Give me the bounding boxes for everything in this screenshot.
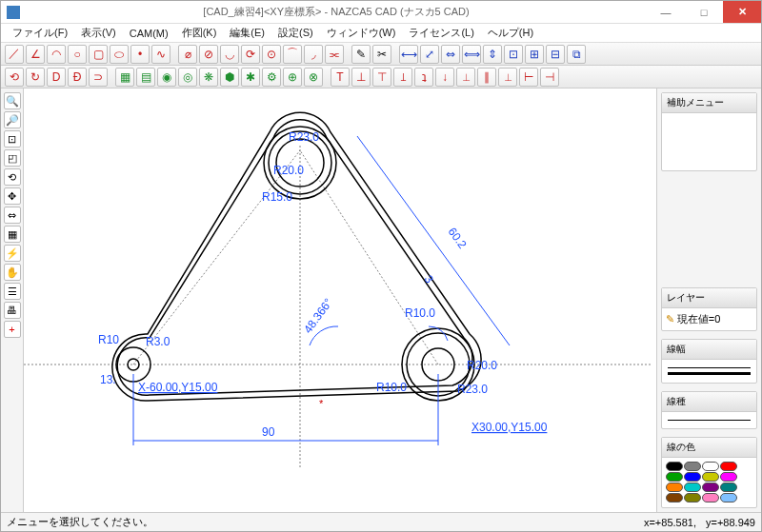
color-swatch[interactable] — [684, 483, 701, 492]
tool-g5-icon[interactable]: ❋ — [199, 68, 218, 87]
tool-g3-icon[interactable]: ◉ — [157, 68, 176, 87]
linestyle-body[interactable] — [662, 412, 756, 428]
tool-bolt-icon[interactable]: ⌀ — [178, 45, 197, 64]
tool-dim7-icon[interactable]: ⊞ — [525, 45, 544, 64]
color-swatch[interactable] — [720, 472, 737, 482]
tool-g10-icon[interactable]: ⊗ — [304, 68, 323, 87]
tool-t3-icon[interactable]: ⊤ — [372, 68, 391, 87]
tool-dim5-icon[interactable]: ⇕ — [483, 45, 502, 64]
color-swatch[interactable] — [702, 483, 719, 492]
tool-dim1-icon[interactable]: ⟷ — [399, 45, 418, 64]
color-swatch[interactable] — [666, 483, 683, 492]
tool-t2-icon[interactable]: ⊥ — [351, 68, 371, 87]
tool-chain-icon[interactable]: ⫘ — [325, 45, 344, 64]
refresh-icon[interactable]: ⚡ — [4, 245, 21, 262]
move-icon[interactable]: ⇔ — [4, 207, 21, 224]
close-button[interactable]: ✕ — [723, 1, 761, 23]
color-swatch[interactable] — [720, 462, 737, 471]
tool-dim8-icon[interactable]: ⊟ — [546, 45, 565, 64]
tool-dim-icon[interactable]: ⊘ — [199, 45, 218, 64]
tool-join-icon[interactable]: ⌒ — [283, 45, 302, 64]
zoom-in-icon[interactable]: 🔍 — [4, 92, 21, 109]
zoom-out-icon[interactable]: 🔎 — [4, 111, 21, 128]
tool-r4-icon[interactable]: Ð — [68, 68, 87, 87]
tool-g6-icon[interactable]: ⬢ — [220, 68, 239, 87]
tool-dim9-icon[interactable]: ⧉ — [567, 45, 586, 64]
tool-t1-icon[interactable]: T — [331, 68, 350, 87]
tool-g1-icon[interactable]: ▦ — [115, 68, 134, 87]
tool-arc3-icon[interactable]: ⟳ — [241, 45, 260, 64]
tool-dim3-icon[interactable]: ⇔ — [441, 45, 460, 64]
tool-point-icon[interactable]: • — [130, 45, 150, 64]
grid-icon[interactable]: ▦ — [4, 226, 21, 243]
menu-draw[interactable]: 作図(K) — [176, 24, 223, 42]
zoom-window-icon[interactable]: ◰ — [4, 149, 21, 167]
tool-ellipse-icon[interactable]: ⬭ — [110, 45, 129, 64]
menu-window[interactable]: ウィンドウ(W) — [321, 24, 402, 42]
tool-cross-icon[interactable]: ✂ — [372, 45, 391, 64]
tool-g8-icon[interactable]: ⚙ — [262, 68, 281, 87]
color-swatch[interactable] — [666, 472, 683, 482]
tool-r2-icon[interactable]: ↻ — [26, 68, 45, 87]
color-swatch[interactable] — [666, 493, 683, 502]
color-swatch[interactable] — [684, 493, 701, 502]
color-swatch[interactable] — [720, 493, 737, 502]
menu-edit[interactable]: 編集(E) — [224, 24, 271, 42]
menu-cam[interactable]: CAM(M) — [124, 26, 174, 41]
tool-t7-icon[interactable]: ⟂ — [456, 68, 475, 87]
tool-t11-icon[interactable]: ⊣ — [540, 68, 559, 87]
tool-r1-icon[interactable]: ⟲ — [5, 68, 24, 87]
tool-t10-icon[interactable]: ⊢ — [519, 68, 538, 87]
color-swatch[interactable] — [684, 472, 701, 482]
tool-arc-icon[interactable]: ◠ — [47, 45, 66, 64]
tool-tangent-icon[interactable]: ⊙ — [262, 45, 281, 64]
print-icon[interactable]: 🖶 — [4, 302, 21, 319]
tool-t8-icon[interactable]: ∥ — [477, 68, 496, 87]
tool-g2-icon[interactable]: ▤ — [136, 68, 155, 87]
pan-icon[interactable]: ✥ — [4, 187, 21, 205]
main-area: 🔍 🔎 ⊡ ◰ ⟲ ✥ ⇔ ▦ ⚡ ✋ ☰ 🖶 + — [1, 89, 761, 512]
tool-t9-icon[interactable]: ⟂ — [498, 68, 517, 87]
layer-value[interactable]: 現在値=0 — [677, 313, 721, 325]
tool-rect-icon[interactable]: ▢ — [89, 45, 108, 64]
tool-dim4-icon[interactable]: ⟺ — [462, 45, 481, 64]
tool-g9-icon[interactable]: ⊕ — [283, 68, 302, 87]
color-swatch[interactable] — [702, 472, 719, 482]
tool-g4-icon[interactable]: ◎ — [178, 68, 197, 87]
menu-help[interactable]: ヘルプ(H) — [482, 24, 539, 42]
drawing-canvas[interactable]: * 90 60.2 3 48.366° R23.0 R20.0 R15.0 R1… — [24, 89, 656, 512]
tool-g7-icon[interactable]: ✱ — [241, 68, 260, 87]
zoom-prev-icon[interactable]: ⟲ — [4, 168, 21, 186]
menu-settings[interactable]: 設定(S) — [272, 24, 319, 42]
color-swatch[interactable] — [702, 462, 719, 471]
menu-view[interactable]: 表示(V) — [75, 24, 122, 42]
hand-icon[interactable]: ✋ — [4, 264, 21, 281]
tool-r5-icon[interactable]: ⊃ — [89, 68, 108, 87]
tool-t5-icon[interactable]: ʇ — [414, 68, 433, 87]
tool-circle-icon[interactable]: ○ — [68, 45, 87, 64]
zoom-fit-icon[interactable]: ⊡ — [4, 130, 21, 148]
tool-angle-icon[interactable]: ∠ — [26, 45, 45, 64]
tool-dim6-icon[interactable]: ⊡ — [504, 45, 523, 64]
plus-icon[interactable]: + — [4, 321, 21, 338]
tool-dim2-icon[interactable]: ⤢ — [420, 45, 439, 64]
menu-license[interactable]: ライセンス(L) — [403, 24, 479, 42]
tool-line-icon[interactable]: ／ — [5, 45, 24, 64]
maximize-button[interactable]: □ — [685, 1, 723, 23]
tool-fillet-icon[interactable]: ◞ — [304, 45, 323, 64]
color-swatches[interactable] — [662, 458, 756, 507]
tool-t4-icon[interactable]: Ʇ — [393, 68, 412, 87]
tool-r3-icon[interactable]: D — [47, 68, 66, 87]
tool-t6-icon[interactable]: ↓ — [435, 68, 454, 87]
color-swatch[interactable] — [702, 493, 719, 502]
minimize-button[interactable]: — — [647, 1, 685, 23]
menu-file[interactable]: ファイル(F) — [7, 24, 73, 42]
layer-icon[interactable]: ☰ — [4, 283, 21, 300]
tool-edit-icon[interactable]: ✎ — [351, 45, 371, 64]
linewidth-body[interactable] — [662, 360, 756, 383]
tool-spline-icon[interactable]: ∿ — [151, 45, 170, 64]
color-swatch[interactable] — [684, 462, 701, 471]
color-swatch[interactable] — [666, 462, 683, 471]
tool-arc2-icon[interactable]: ◡ — [220, 45, 239, 64]
color-swatch[interactable] — [720, 483, 737, 492]
